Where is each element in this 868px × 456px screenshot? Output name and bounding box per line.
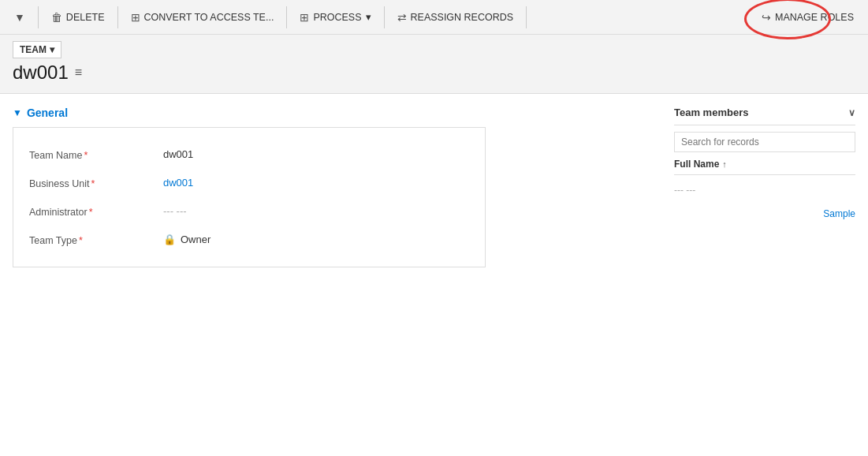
administrator-value: --- --- <box>163 205 469 217</box>
required-star-team-name: * <box>84 150 88 161</box>
convert-icon: ⊞ <box>131 11 140 24</box>
manage-roles-button[interactable]: ↪ MANAGE ROLES <box>754 6 862 28</box>
right-panel: Team members ∨ Full Name ↑ --- --- Sampl… <box>674 107 855 267</box>
toolbar: ▼ 🗑 DELETE ⊞ CONVERT TO ACCESS TE... ⊞ P… <box>0 0 868 35</box>
business-unit-label: Business Unit* <box>29 177 147 189</box>
team-name-value: dw001 <box>163 148 469 160</box>
process-label: PROCESS <box>313 12 361 23</box>
team-label: TEAM <box>20 44 47 55</box>
record-title-row: dw001 ≡ <box>13 62 855 84</box>
manage-roles-label: MANAGE ROLES <box>775 12 854 23</box>
team-type-value: 🔒 Owner <box>163 234 469 245</box>
form-row-business-unit: Business Unit* dw001 <box>29 169 469 197</box>
process-dropdown-icon: ▾ <box>366 11 371 23</box>
section-title: General <box>27 107 68 119</box>
toolbar-divider-3 <box>286 6 287 28</box>
convert-label: CONVERT TO ACCESS TE... <box>144 12 274 23</box>
toolbar-divider-1 <box>38 6 39 28</box>
section-header: ▼ General <box>13 107 661 119</box>
team-dropdown[interactable]: TEAM ▾ <box>13 41 61 58</box>
required-star-team-type: * <box>79 235 83 246</box>
team-chevron-icon: ▾ <box>50 44 54 55</box>
convert-button[interactable]: ⊞ CONVERT TO ACCESS TE... <box>123 6 282 28</box>
process-button[interactable]: ⊞ PROCESS ▾ <box>292 6 378 28</box>
team-type-label: Team Type* <box>29 234 147 246</box>
toolbar-divider-2 <box>117 6 118 28</box>
panel-header-label: Team members <box>674 107 748 118</box>
panel-col-header: Full Name ↑ <box>674 159 855 175</box>
delete-label: DELETE <box>66 12 105 23</box>
record-header: TEAM ▾ dw001 ≡ <box>0 35 868 94</box>
panel-row-placeholder: --- --- <box>674 181 855 199</box>
main-content: ▼ General Team Name* dw001 Business Unit… <box>0 94 868 280</box>
panel-chevron-icon[interactable]: ∨ <box>848 107 855 118</box>
required-star-admin: * <box>89 207 93 218</box>
dropdown-button[interactable]: ▼ <box>6 6 33 28</box>
panel-header: Team members ∨ <box>674 107 855 125</box>
form-row-administrator: Administrator* --- --- <box>29 197 469 226</box>
panel-sample-link[interactable]: Sample <box>674 208 855 219</box>
lock-icon: 🔒 <box>163 234 176 245</box>
search-input[interactable] <box>674 132 855 152</box>
reassign-label: REASSIGN RECORDS <box>411 12 514 23</box>
toolbar-divider-4 <box>384 6 385 28</box>
process-icon: ⊞ <box>300 11 309 24</box>
reassign-icon: ⇄ <box>397 11 407 24</box>
required-star-business-unit: * <box>91 178 95 189</box>
business-unit-value[interactable]: dw001 <box>163 177 469 189</box>
administrator-label: Administrator* <box>29 205 147 218</box>
record-name: dw001 <box>13 62 69 84</box>
col-sort-icon[interactable]: ↑ <box>722 159 727 169</box>
delete-button[interactable]: 🗑 DELETE <box>43 6 113 28</box>
record-menu-icon[interactable]: ≡ <box>75 65 82 80</box>
dropdown-icon: ▼ <box>14 11 25 24</box>
toolbar-divider-5 <box>526 6 527 28</box>
reassign-button[interactable]: ⇄ REASSIGN RECORDS <box>389 6 522 28</box>
section-collapse-icon[interactable]: ▼ <box>13 107 22 118</box>
general-section: ▼ General Team Name* dw001 Business Unit… <box>13 107 661 267</box>
delete-icon: 🗑 <box>51 11 62 24</box>
manage-roles-icon: ↪ <box>762 11 771 24</box>
form-row-team-type: Team Type* 🔒 Owner <box>29 226 469 254</box>
form-row-team-name: Team Name* dw001 <box>29 140 469 169</box>
form-card: Team Name* dw001 Business Unit* dw001 Ad… <box>13 127 486 267</box>
col-header-label: Full Name <box>674 159 719 170</box>
team-name-label: Team Name* <box>29 148 147 161</box>
